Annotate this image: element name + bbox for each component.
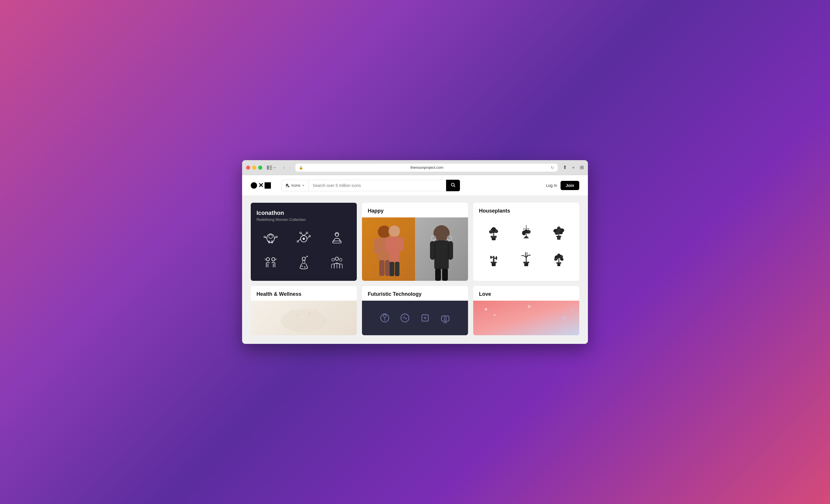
scientist-icon xyxy=(329,231,345,247)
love-image xyxy=(473,301,579,335)
sidebar-toggle[interactable] xyxy=(267,166,276,170)
svg-point-106 xyxy=(290,310,294,314)
svg-point-7 xyxy=(451,183,454,186)
plant-cell-3 xyxy=(544,222,574,245)
minimize-button[interactable] xyxy=(252,166,256,170)
svg-point-125 xyxy=(562,316,566,320)
svg-point-92 xyxy=(493,258,494,259)
search-button[interactable] xyxy=(446,180,460,191)
svg-rect-90 xyxy=(496,256,497,260)
search-type-label: Icons xyxy=(291,183,300,188)
svg-point-36 xyxy=(304,266,306,268)
community-icon xyxy=(329,256,345,272)
futuristic-icon-3 xyxy=(418,311,432,325)
astronaut-icon xyxy=(262,231,279,247)
search-input-wrapper xyxy=(308,180,446,191)
svg-rect-44 xyxy=(374,238,379,254)
plant-cell-5 xyxy=(512,248,541,271)
svg-point-123 xyxy=(494,314,496,316)
futuristic-tech-card[interactable]: Futuristic Technology xyxy=(362,286,468,335)
happy-image-person xyxy=(415,217,468,281)
happy-images xyxy=(362,217,468,281)
svg-point-33 xyxy=(302,257,305,260)
svg-rect-96 xyxy=(526,258,526,262)
futuristic-icon-4 xyxy=(438,311,452,325)
login-button[interactable]: Log In xyxy=(546,183,557,188)
svg-point-107 xyxy=(296,314,299,316)
futuristic-title: Futuristic Technology xyxy=(362,286,468,301)
svg-point-105 xyxy=(281,309,327,332)
happy-title: Happy xyxy=(362,203,468,217)
svg-point-91 xyxy=(493,257,494,258)
svg-rect-88 xyxy=(490,256,492,259)
astronaut-icon-cell xyxy=(256,229,285,249)
svg-point-15 xyxy=(264,236,266,238)
love-title: Love xyxy=(473,286,579,301)
address-bar[interactable]: 🔒 thenounproject.com ↻ xyxy=(295,164,558,172)
futuristic-icon-1 xyxy=(378,311,392,325)
love-card[interactable]: Love xyxy=(473,286,579,335)
health-preview xyxy=(251,301,357,335)
futuristic-icons xyxy=(362,301,468,335)
plant-cell-1 xyxy=(479,222,509,245)
svg-point-16 xyxy=(276,236,278,238)
new-tab-button[interactable]: ＋ xyxy=(571,164,576,171)
svg-line-20 xyxy=(304,233,306,235)
search-icon xyxy=(451,182,455,187)
svg-rect-52 xyxy=(390,262,394,276)
join-button[interactable]: Join xyxy=(561,181,579,190)
svg-point-26 xyxy=(309,235,311,237)
celebration-icon-cell xyxy=(256,254,285,274)
svg-point-68 xyxy=(492,227,496,231)
svg-point-29 xyxy=(266,258,269,261)
icons-type-icon xyxy=(286,183,290,188)
svg-line-8 xyxy=(454,186,455,187)
globe-network-icon-cell xyxy=(290,229,318,249)
featured-grid: Iconathon Redefining Women Collection xyxy=(251,203,579,281)
svg-rect-94 xyxy=(524,263,528,266)
svg-rect-57 xyxy=(448,241,453,260)
search-container: Icons xyxy=(281,180,460,191)
nav-right: Log In Join xyxy=(546,181,579,190)
forward-button[interactable]: › xyxy=(287,164,292,171)
iconathon-card[interactable]: Iconathon Redefining Women Collection xyxy=(251,203,357,281)
search-input[interactable] xyxy=(309,180,446,191)
sidebar-icon xyxy=(267,166,272,170)
title-bar: ‹ › 🔒 thenounproject.com ↻ ⬆ ＋ ⊞ xyxy=(242,160,588,175)
maximize-button[interactable] xyxy=(258,166,262,170)
dropdown-icon xyxy=(302,184,304,186)
tabs-button[interactable]: ⊞ xyxy=(580,164,584,170)
happy-card[interactable]: Happy xyxy=(362,203,468,281)
svg-line-22 xyxy=(307,237,309,239)
svg-point-35 xyxy=(302,266,303,267)
houseplants-card[interactable]: Houseplants xyxy=(473,203,579,281)
search-type-button[interactable]: Icons xyxy=(281,180,308,191)
browser-window: ‹ › 🔒 thenounproject.com ↻ ⬆ ＋ ⊞ ✕ xyxy=(242,160,588,344)
futuristic-icon-2 xyxy=(398,311,412,325)
toolbar-right: ⬆ ＋ ⊞ xyxy=(563,164,584,171)
svg-rect-3 xyxy=(269,169,272,170)
svg-rect-5 xyxy=(288,186,289,187)
chemist-icon xyxy=(296,256,312,272)
svg-rect-51 xyxy=(400,237,404,251)
svg-rect-58 xyxy=(435,269,441,281)
plant-icon-4 xyxy=(485,251,502,268)
main-content: Iconathon Redefining Women Collection xyxy=(242,196,588,344)
close-button[interactable] xyxy=(246,166,250,170)
health-wellness-card[interactable]: Health & Wellness xyxy=(251,286,357,335)
svg-rect-64 xyxy=(493,232,494,237)
svg-rect-47 xyxy=(385,260,390,276)
logo[interactable]: ✕ xyxy=(251,182,271,189)
iconathon-title: Iconathon xyxy=(256,210,351,216)
svg-rect-53 xyxy=(395,262,400,276)
plant-cell-6 xyxy=(544,248,574,271)
chemist-icon-cell xyxy=(290,254,318,274)
refresh-button[interactable]: ↻ xyxy=(551,165,554,170)
back-button[interactable]: ‹ xyxy=(281,164,286,171)
celebration-icon xyxy=(262,256,279,272)
svg-rect-1 xyxy=(269,166,272,166)
svg-rect-50 xyxy=(386,237,390,251)
svg-point-27 xyxy=(335,233,339,236)
security-icon: 🔒 xyxy=(299,166,303,170)
share-button[interactable]: ⬆ xyxy=(563,164,567,170)
